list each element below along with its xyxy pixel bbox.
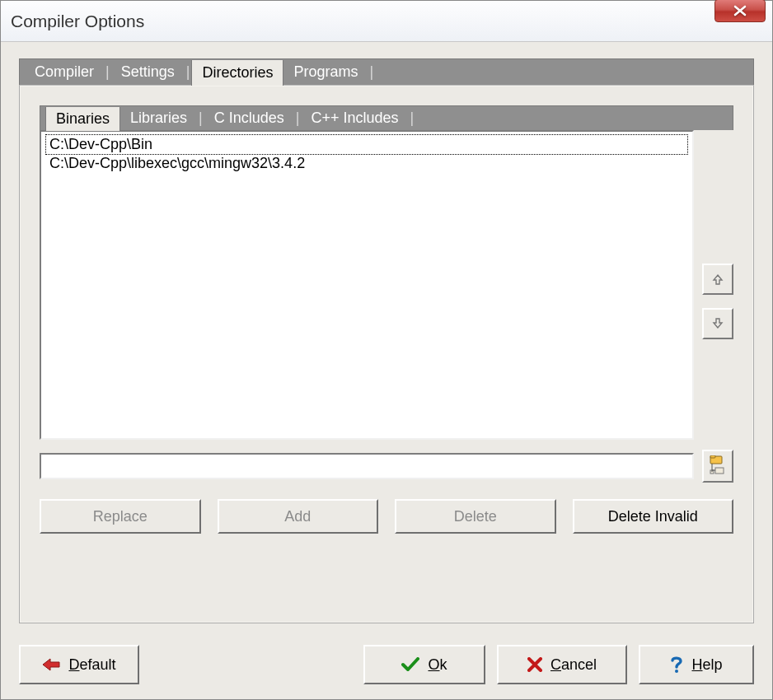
close-icon [733,5,747,16]
tab-page-directories: Binaries Libraries | C Includes | C++ In… [19,85,754,623]
path-entry-row [40,450,733,483]
tab-settings[interactable]: Settings [111,59,185,85]
tab-compiler-label: Compiler [35,63,94,81]
default-button-label: Default [68,656,115,674]
close-button[interactable] [714,0,766,22]
browse-button[interactable] [702,450,733,483]
help-button[interactable]: Help [639,645,754,684]
list-item[interactable]: C:\Dev-Cpp\libexec\gcc\mingw32\3.4.2 [46,154,687,173]
titlebar: Compiler Options [1,1,772,42]
client-area: Compiler | Settings | Directories Progra… [1,42,772,699]
arrow-left-red-icon [42,658,60,671]
ok-button[interactable]: Ok [363,645,485,684]
tab-directories[interactable]: Directories [191,60,283,86]
directory-listbox[interactable]: C:\Dev-Cpp\Bin C:\Dev-Cpp\libexec\gcc\mi… [40,130,694,440]
svg-rect-2 [715,468,724,474]
delete-invalid-button-label: Delete Invalid [608,508,698,525]
list-item[interactable]: C:\Dev-Cpp\Bin [46,135,687,154]
default-button[interactable]: Default [19,645,139,684]
ok-button-label: Ok [428,656,447,674]
subtab-binaries-label: Binaries [56,110,110,128]
window-title: Compiler Options [11,12,144,31]
path-input[interactable] [40,453,694,479]
compiler-options-dialog: Compiler Options Compiler | Settings | D… [0,0,773,700]
subtab-cpp-includes-label: C++ Includes [311,110,398,127]
cancel-button[interactable]: Cancel [497,645,627,684]
tab-programs[interactable]: Programs [283,59,368,85]
svg-rect-1 [710,455,715,458]
help-button-label: Help [691,656,722,674]
directory-list-area: C:\Dev-Cpp\Bin C:\Dev-Cpp\libexec\gcc\mi… [40,130,733,440]
tab-directories-label: Directories [202,64,273,82]
subtab-libraries[interactable]: Libraries [120,106,197,130]
subtab-cpp-includes[interactable]: C++ Includes [301,106,408,130]
replace-button-label: Replace [93,508,148,525]
delete-button-label: Delete [454,508,497,525]
replace-button[interactable]: Replace [40,499,201,534]
reorder-arrows [702,130,733,440]
delete-button[interactable]: Delete [395,499,556,534]
folder-tree-icon [709,455,727,477]
move-up-button[interactable] [702,264,733,295]
cancel-button-label: Cancel [550,656,597,674]
main-tabstrip: Compiler | Settings | Directories Progra… [19,58,754,85]
subtab-libraries-label: Libraries [130,110,187,127]
add-button[interactable]: Add [218,499,379,534]
action-button-row: Replace Add Delete Delete Invalid [40,499,733,534]
tab-settings-label: Settings [121,63,175,81]
arrow-down-icon [711,317,724,330]
move-down-button[interactable] [702,308,733,339]
delete-invalid-button[interactable]: Delete Invalid [573,499,734,534]
tab-separator: | [368,59,376,85]
tab-separator: | [197,106,204,130]
tab-compiler[interactable]: Compiler [25,59,104,85]
check-green-icon [401,657,419,672]
subtab-c-includes-label: C Includes [214,110,284,127]
add-button-label: Add [284,508,311,525]
subtabs-container: Binaries Libraries | C Includes | C++ In… [40,105,733,606]
x-red-icon [527,657,542,672]
tab-separator: | [294,106,302,130]
tab-separator: | [185,59,192,85]
sub-tabstrip: Binaries Libraries | C Includes | C++ In… [40,105,733,130]
question-blue-icon [670,656,683,674]
dialog-button-row: Default Ok Cancel Help [19,645,754,684]
tab-separator: | [409,106,416,130]
tab-programs-label: Programs [293,63,358,81]
subtab-binaries[interactable]: Binaries [45,107,120,131]
arrow-up-icon [711,273,724,286]
subtab-c-includes[interactable]: C Includes [204,106,294,130]
tabs-container: Compiler | Settings | Directories Progra… [19,58,754,623]
svg-point-4 [675,670,678,673]
tab-separator: | [104,59,111,85]
